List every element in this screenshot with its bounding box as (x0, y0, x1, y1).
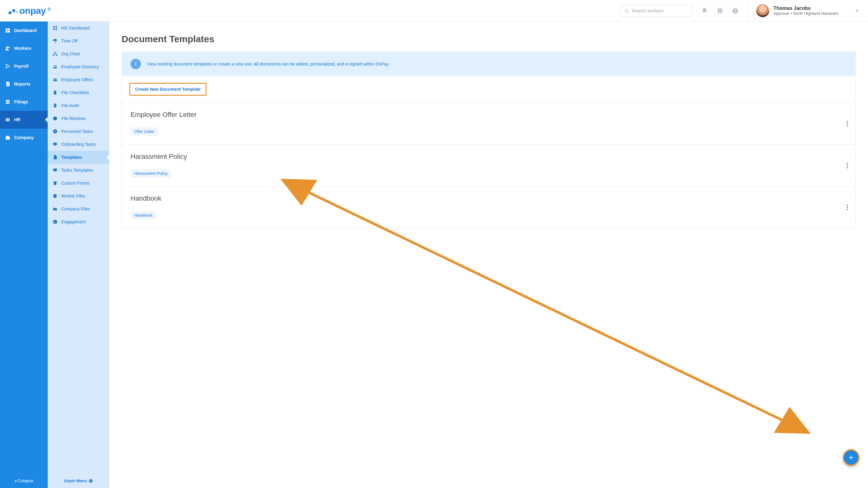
svg-point-41 (55, 221, 56, 222)
sidebar-item-org-chart[interactable]: Org Chart (48, 47, 109, 60)
plus-icon (848, 454, 854, 461)
sidebar-item-label: Employee Directory (61, 64, 99, 69)
chevron-down-icon (855, 9, 859, 13)
clipboard-check-icon (53, 103, 58, 108)
envelope-icon (53, 77, 58, 82)
sidebar-item-tasks-templates[interactable]: Tasks Templates (48, 164, 109, 176)
template-item[interactable]: Harassment Policy Harassment Policy (122, 144, 856, 187)
sidebar-item-workers[interactable]: Workers (0, 39, 48, 57)
sidebar-item-file-checklists[interactable]: File Checklists (48, 86, 109, 99)
topbar: onpay® Search workers Thomas Jacobs Appr… (0, 0, 868, 22)
collapse-sidebar[interactable]: ◂ Collapse (0, 474, 48, 488)
unpin-menu[interactable]: Unpin Menu (48, 474, 109, 488)
svg-rect-23 (53, 55, 54, 56)
template-title: Harassment Policy (130, 153, 847, 161)
shirt-icon (53, 181, 58, 186)
sidebar-item-label: Custom Forms (61, 181, 90, 186)
sidebar-item-label: Time Off (61, 38, 78, 43)
kebab-menu[interactable] (847, 121, 848, 126)
sidebar-item-worker-files[interactable]: Worker Files (48, 190, 109, 202)
logo-icon (9, 9, 17, 12)
avatar (756, 4, 769, 17)
fab-add-button[interactable] (843, 449, 859, 466)
help-icon[interactable] (732, 7, 739, 14)
search-input[interactable]: Search workers (620, 5, 692, 17)
svg-rect-15 (6, 100, 9, 101)
sidebar-item-file-audit[interactable]: File Audit (48, 99, 109, 112)
payroll-icon (5, 63, 10, 69)
sidebar-item-file-reviews[interactable]: File Reviews (48, 112, 109, 125)
sidebar-item-dashboard[interactable]: Dashboard (0, 22, 48, 39)
sidebar-item-company-files[interactable]: Company Files (48, 202, 109, 216)
close-circle-icon (89, 479, 93, 483)
monitor-icon (53, 142, 58, 147)
svg-rect-21 (55, 28, 57, 30)
sidebar-item-payroll[interactable]: Payroll (0, 57, 48, 75)
sidebar-primary: Dashboard Workers Payroll Reports Filing… (0, 22, 48, 488)
bell-icon[interactable] (701, 7, 708, 14)
sidebar-item-reports[interactable]: Reports (0, 75, 48, 93)
workers-icon (5, 45, 10, 51)
collapse-label: Collapse (18, 479, 34, 483)
svg-rect-19 (55, 26, 57, 28)
filings-icon (5, 99, 10, 105)
monitor-icon (53, 168, 58, 173)
svg-rect-35 (53, 169, 57, 171)
svg-rect-31 (55, 103, 56, 104)
svg-rect-14 (8, 84, 9, 86)
sidebar-item-label: Dashboard (14, 28, 37, 33)
sidebar-item-personnel-tasks[interactable]: Personnel Tasks (48, 125, 109, 138)
check-circle-icon (53, 129, 58, 134)
svg-rect-10 (8, 31, 10, 33)
sidebar-item-time-off[interactable]: Time Off (48, 34, 109, 47)
search-placeholder: Search workers (631, 8, 663, 13)
template-item[interactable]: Employee Offer Letter Offer Letter (122, 103, 856, 144)
create-row: Create New Document Template (122, 76, 856, 103)
svg-point-12 (8, 47, 10, 48)
sidebar-item-company[interactable]: Company (0, 129, 48, 147)
company-icon (5, 135, 10, 140)
svg-rect-18 (53, 26, 55, 28)
sidebar-item-templates[interactable]: Templates (48, 151, 109, 164)
files-icon (53, 194, 58, 198)
svg-rect-20 (53, 28, 55, 30)
svg-rect-34 (55, 145, 56, 146)
svg-rect-16 (6, 101, 9, 102)
svg-rect-22 (55, 52, 56, 53)
kebab-menu[interactable] (847, 163, 848, 168)
sidebar-item-custom-forms[interactable]: Custom Forms (48, 176, 109, 190)
svg-rect-29 (55, 91, 56, 91)
user-name: Thomas Jacobs (774, 5, 838, 11)
clipboard-icon (53, 90, 58, 95)
sidebar-item-engagement[interactable]: Engagement (48, 216, 109, 228)
chevron-left-icon: ◂ (14, 479, 17, 483)
main-content: Document Templates i View existing docum… (109, 22, 868, 488)
sidebar-secondary: HR Dashboard Time Off Org Chart Employee… (48, 22, 109, 488)
search-icon (624, 8, 629, 13)
sidebar-item-filings[interactable]: Filings (0, 93, 48, 111)
svg-rect-9 (5, 31, 7, 33)
sidebar-item-onboarding-tasks[interactable]: Onboarding Tasks (48, 138, 109, 151)
org-icon (53, 52, 58, 56)
sidebar-item-label: Workers (14, 46, 31, 51)
svg-rect-4 (720, 9, 720, 13)
sidebar-item-label: Payroll (14, 64, 29, 69)
page-title: Document Templates (122, 34, 856, 44)
svg-point-39 (53, 220, 57, 224)
sidebar-item-label: Company (14, 135, 34, 140)
create-template-button[interactable]: Create New Document Template (129, 83, 207, 96)
sidebar-item-employee-directory[interactable]: Employee Directory (48, 60, 109, 73)
svg-line-1 (628, 12, 628, 12)
template-item[interactable]: Handbook Handbook (122, 187, 856, 228)
sidebar-item-label: Templates (61, 155, 82, 160)
reports-icon (5, 81, 10, 87)
sidebar-item-label: Filings (14, 99, 28, 104)
sidebar-item-hr-dashboard[interactable]: HR Dashboard (48, 22, 109, 34)
logo[interactable]: onpay® (9, 5, 51, 16)
umbrella-icon (53, 38, 58, 43)
kebab-menu[interactable] (847, 205, 848, 210)
sidebar-item-hr[interactable]: HR (0, 111, 48, 129)
gift-icon[interactable] (717, 7, 723, 14)
user-menu[interactable]: Thomas Jacobs Approver • North Highland … (747, 0, 859, 21)
sidebar-item-employee-offers[interactable]: Employee Offers (48, 73, 109, 86)
